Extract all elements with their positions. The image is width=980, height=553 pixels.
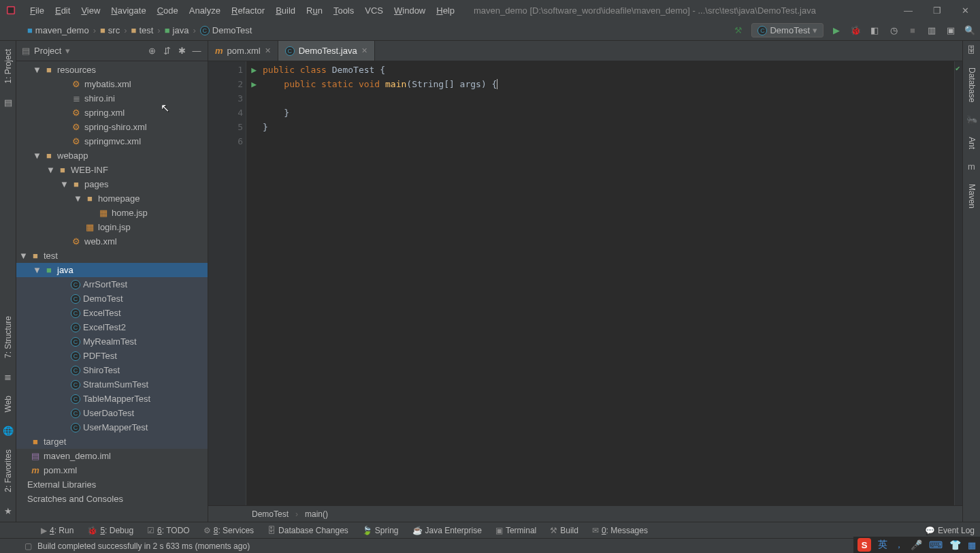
tree-row[interactable]: ▼■java	[16, 263, 208, 277]
menu-navigate[interactable]: Navigate	[105, 3, 151, 18]
breadcrumb-item[interactable]: ■test	[131, 25, 154, 35]
menu-analyze[interactable]: Analyze	[184, 3, 226, 18]
tree-row[interactable]: Scratches and Consoles	[16, 492, 208, 506]
breadcrumb-item[interactable]: main()	[305, 509, 328, 519]
menu-vcs[interactable]: VCS	[359, 3, 389, 18]
tree-row[interactable]: ▼■WEB-INF	[16, 163, 208, 177]
tree-row[interactable]: ▼■pages	[16, 177, 208, 191]
right-tab-maven[interactable]: Maven	[966, 176, 978, 217]
run-config-selector[interactable]: C DemoTest ▾	[751, 23, 823, 37]
menu-tools[interactable]: Tools	[328, 3, 359, 18]
left-tab-project[interactable]: 1: Project	[2, 41, 14, 92]
left-tab-structure[interactable]: 7: Structure	[2, 308, 14, 366]
tree-row[interactable]: ▼■test	[16, 249, 208, 263]
tree-row[interactable]: ▼■resources	[16, 63, 208, 77]
bottom-tool-build[interactable]: ⚒Build	[550, 526, 578, 535]
tree-arrow[interactable]: ▼	[60, 179, 68, 189]
status-icon[interactable]: ▢	[24, 541, 32, 551]
tree-row[interactable]: ⚙mybatis.xml	[16, 77, 208, 91]
maximize-button[interactable]: ❐	[933, 5, 941, 16]
close-button[interactable]: ✕	[962, 5, 969, 16]
tree-arrow[interactable]: ▼	[33, 65, 41, 75]
menu-run[interactable]: Run	[301, 3, 328, 18]
tree-row[interactable]: ⚙springmvc.xml	[16, 134, 208, 148]
tree-row[interactable]: CArrSortTest	[16, 277, 208, 291]
gear-icon[interactable]: ✱	[176, 46, 187, 56]
event-log-button[interactable]: 💬Event Log	[925, 526, 975, 535]
menu-build[interactable]: Build	[270, 3, 301, 18]
tree-arrow[interactable]: ▼	[19, 251, 27, 261]
breadcrumb-item[interactable]: ■java	[165, 25, 189, 35]
tree-row[interactable]: ▦login.jsp	[16, 220, 208, 234]
menu-window[interactable]: Window	[389, 3, 431, 18]
close-icon[interactable]: ✕	[361, 46, 368, 55]
tree-arrow[interactable]: ▼	[33, 151, 41, 161]
stop-icon[interactable]: ■	[906, 25, 919, 35]
bottom-tool-databasechanges[interactable]: 🗄Database Changes	[267, 526, 348, 535]
bottom-tool-spring[interactable]: 🍃Spring	[362, 526, 399, 535]
tree-row[interactable]: CUserDaoTest	[16, 406, 208, 420]
left-tab-favorites[interactable]: 2: Favorites	[2, 441, 14, 501]
expand-icon[interactable]: ⇵	[161, 46, 172, 56]
bottom-tool-javaenterprise[interactable]: ☕Java Enterprise	[412, 526, 482, 535]
tree-arrow[interactable]: ▼	[46, 165, 54, 175]
breadcrumb-item[interactable]: ■src	[100, 25, 120, 35]
code-area[interactable]: public class DemoTest { public static vo…	[257, 61, 954, 505]
tree-row[interactable]: External Libraries	[16, 477, 208, 492]
left-tab-web[interactable]: Web	[2, 388, 14, 420]
hammer-icon[interactable]: ⚒	[732, 25, 745, 35]
coverage-icon[interactable]: ◧	[868, 25, 881, 35]
menu-edit[interactable]: Edit	[50, 3, 76, 18]
tree-row[interactable]: ≣shiro.ini	[16, 91, 208, 106]
tree-row[interactable]: ⚙spring-shiro.xml	[16, 120, 208, 134]
collapse-icon[interactable]: —	[191, 46, 202, 56]
breadcrumb-item[interactable]: CDemoTest	[200, 25, 252, 35]
tree-row[interactable]: ▼■webapp	[16, 148, 208, 163]
tree-row[interactable]: ⚙spring.xml	[16, 106, 208, 120]
tree-row[interactable]: ▦home.jsp	[16, 206, 208, 220]
tree-row[interactable]: ▤maven_demo.iml	[16, 449, 208, 463]
tree-row[interactable]: CExcelTest	[16, 306, 208, 320]
bottom-tool-messages[interactable]: ✉0: Messages	[592, 526, 648, 535]
debug-icon[interactable]: 🐞	[849, 25, 862, 35]
gutter-run-icon[interactable]: ▶	[251, 65, 257, 75]
ime-logo[interactable]: S	[858, 538, 871, 552]
tree-row[interactable]: CMyRealmTest	[16, 334, 208, 349]
bottom-tool-debug[interactable]: 🐞5: Debug	[87, 526, 133, 535]
right-tab-database[interactable]: Database	[966, 59, 978, 110]
tree-row[interactable]: CExcelTest2	[16, 320, 208, 334]
bottom-tool-todo[interactable]: ☑6: TODO	[147, 526, 190, 535]
tree-row[interactable]: ⚙web.xml	[16, 234, 208, 249]
bottom-tool-run[interactable]: ▶4: Run	[41, 526, 74, 535]
right-tab-ant[interactable]: Ant	[966, 129, 978, 157]
breadcrumb-item[interactable]: ■maven_demo	[27, 25, 89, 35]
ime-lang[interactable]: 英	[878, 539, 887, 551]
ime-keyboard-icon[interactable]: ⌨	[929, 539, 943, 550]
ime-voice-icon[interactable]: 🎤	[911, 539, 922, 550]
tree-row[interactable]: ■target	[16, 434, 208, 449]
menu-file[interactable]: File	[24, 3, 50, 18]
menu-refactor[interactable]: Refactor	[226, 3, 270, 18]
project-tree[interactable]: ▼■resources⚙mybatis.xml≣shiro.ini⚙spring…	[16, 61, 208, 522]
close-icon[interactable]: ✕	[265, 46, 271, 55]
bottom-tool-terminal[interactable]: ▣Terminal	[495, 526, 536, 535]
ime-skin-icon[interactable]: 👕	[949, 539, 961, 550]
menu-view[interactable]: View	[76, 3, 105, 18]
editor-tab[interactable]: CDemoTest.java✕	[278, 41, 375, 61]
minimize-button[interactable]: —	[904, 5, 913, 16]
tree-row[interactable]: CShiroTest	[16, 363, 208, 377]
tree-arrow[interactable]: ▼	[33, 265, 41, 275]
chevron-down-icon[interactable]: ▾	[65, 46, 70, 56]
ime-toolbox-icon[interactable]: ▦	[968, 540, 976, 550]
bottom-tool-services[interactable]: ⚙8: Services	[203, 526, 254, 535]
tree-row[interactable]: CStratumSumTest	[16, 377, 208, 392]
tree-row[interactable]: ▼■homepage	[16, 191, 208, 206]
project-structure-icon[interactable]: ▥	[926, 25, 938, 35]
profile-icon[interactable]: ◷	[887, 25, 900, 35]
tree-row[interactable]: mpom.xml	[16, 463, 208, 477]
tree-row[interactable]: CDemoTest	[16, 291, 208, 306]
search-icon[interactable]: 🔍	[964, 25, 976, 35]
ime-punct-icon[interactable]: ，	[894, 539, 904, 551]
editor-tab[interactable]: mpom.xml✕	[208, 41, 278, 61]
tree-row[interactable]: CPDFTest	[16, 349, 208, 363]
